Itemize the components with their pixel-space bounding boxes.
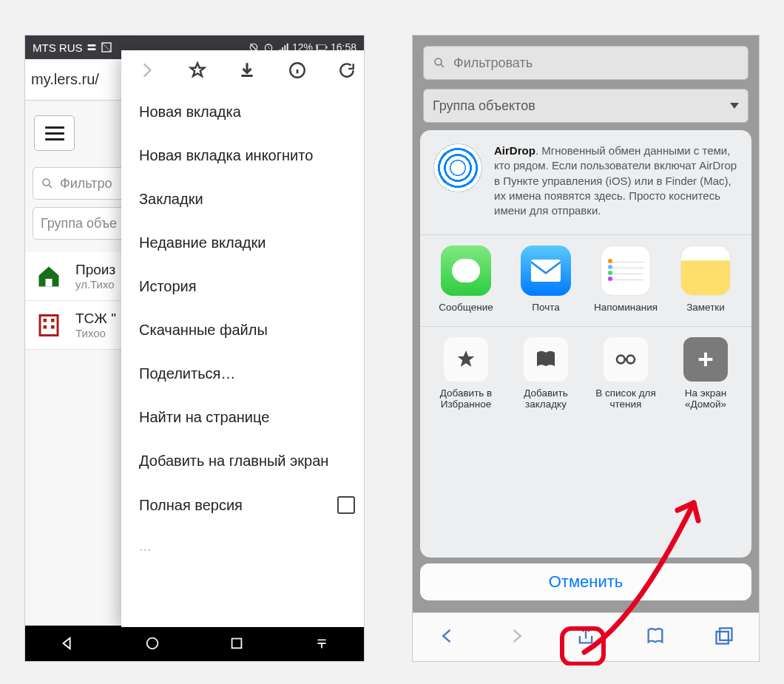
svg-rect-17 (531, 260, 561, 282)
svg-rect-5 (326, 46, 328, 48)
chrome-menu: Новая вкладка Новая вкладка инкогнито За… (121, 50, 365, 627)
url-text: my.lers.ru/ (31, 71, 99, 88)
forward-icon[interactable] (138, 61, 157, 80)
reminders-icon (601, 246, 651, 296)
share-sheet: AirDrop. Мгновенный обмен данными с теми… (420, 130, 751, 558)
recent-icon[interactable] (229, 635, 245, 651)
tabs-button[interactable] (714, 626, 734, 649)
group-placeholder: Группа объе (41, 216, 117, 231)
svg-rect-14 (232, 639, 242, 649)
back-button[interactable] (437, 626, 458, 649)
star-icon (444, 337, 488, 382)
filter-input[interactable]: Фильтровать (423, 46, 748, 80)
svg-rect-4 (317, 45, 318, 50)
svg-rect-21 (717, 631, 729, 643)
menu-incognito[interactable]: Новая вкладка инкогнито (121, 134, 365, 177)
menu-bookmarks[interactable]: Закладки (121, 177, 365, 221)
house-icon (36, 263, 62, 290)
svg-point-16 (435, 58, 442, 65)
svg-point-6 (43, 179, 50, 186)
menu-icon[interactable] (314, 635, 330, 651)
ios-screenshot: Фильтровать Группа объектов AirDrop. Мгн… (412, 35, 760, 662)
action-row: Добавить в Избранное Добавить закладку В… (420, 327, 751, 423)
info-icon[interactable] (288, 61, 307, 80)
filter-placeholder: Фильтровать (453, 55, 533, 71)
svg-rect-10 (51, 319, 55, 322)
cancel-button[interactable]: Отменить (420, 563, 751, 600)
item-title: ТСЖ " (75, 311, 116, 327)
menu-history[interactable]: История (121, 265, 365, 308)
wifi-icon (86, 41, 98, 53)
svg-rect-11 (44, 325, 47, 329)
share-mail[interactable]: Почта (506, 246, 586, 313)
action-bookmark[interactable]: Добавить закладку (506, 337, 586, 410)
action-home-screen[interactable]: На экран «Домой» (666, 337, 746, 410)
svg-rect-12 (51, 325, 55, 329)
action-more[interactable]: Ск (746, 337, 751, 410)
back-icon[interactable] (59, 635, 75, 651)
action-reading-list[interactable]: В список для чтения (586, 337, 666, 410)
group-select[interactable]: Группа объектов (423, 89, 748, 123)
book-icon (524, 337, 568, 382)
mail-icon (521, 246, 571, 296)
svg-rect-9 (44, 319, 47, 322)
forward-button[interactable] (506, 626, 527, 649)
download-icon[interactable] (237, 61, 257, 80)
filter-placeholder: Фильтро (60, 176, 112, 192)
app-row: Сообщение Почта Напоминания Заметки (420, 235, 751, 327)
airdrop-icon (433, 143, 482, 192)
safari-toolbar (413, 612, 759, 661)
hamburger-button[interactable] (34, 115, 75, 151)
share-notes[interactable]: Заметки (666, 246, 746, 313)
svg-rect-8 (40, 315, 58, 335)
android-nav-bar (25, 626, 364, 661)
menu-recent-tabs[interactable]: Недавние вкладки (121, 221, 365, 265)
checkbox-icon[interactable] (337, 496, 355, 514)
action-favorites[interactable]: Добавить в Избранное (426, 337, 506, 410)
svg-point-13 (146, 638, 158, 649)
item-subtitle: Тихоо (75, 327, 116, 339)
share-reminders[interactable]: Напоминания (586, 246, 666, 313)
menu-new-tab[interactable]: Новая вкладка (121, 90, 365, 134)
svg-rect-20 (720, 628, 731, 640)
menu-downloads[interactable]: Скачанные файлы (121, 308, 365, 352)
plus-icon (683, 337, 728, 382)
item-title: Произ (75, 262, 115, 278)
card-icon (101, 41, 112, 53)
share-messages[interactable]: Сообщение (426, 246, 506, 313)
menu-share[interactable]: Поделиться… (121, 352, 365, 396)
reload-icon[interactable] (337, 61, 356, 80)
svg-point-18 (617, 356, 625, 364)
building-icon (36, 312, 62, 339)
menu-desktop-site[interactable]: Полная версия (121, 483, 365, 527)
menu-clipped: ··· (121, 527, 365, 571)
search-icon (433, 56, 446, 70)
group-label: Группа объектов (433, 98, 535, 114)
svg-rect-7 (46, 279, 53, 287)
messages-icon (441, 246, 491, 296)
star-icon[interactable] (188, 61, 207, 80)
menu-find[interactable]: Найти на странице (121, 396, 365, 439)
notes-icon (680, 246, 731, 296)
search-icon (41, 177, 54, 190)
menu-add-home[interactable]: Добавить на главный экран (121, 439, 365, 483)
share-button[interactable] (575, 626, 596, 649)
airdrop-section[interactable]: AirDrop. Мгновенный обмен данными с теми… (420, 130, 751, 235)
glasses-icon (604, 337, 648, 382)
chevron-down-icon (730, 103, 739, 109)
carrier-label: MTS RUS (33, 41, 83, 54)
android-screenshot: MTS RUS 12% 16:58 my.lers.ru/ Фильтро Гр… (24, 35, 365, 662)
svg-point-19 (626, 356, 635, 364)
item-subtitle: ул.Тихо (75, 278, 115, 291)
airdrop-text: AirDrop. Мгновенный обмен данными с теми… (494, 143, 738, 218)
bookmarks-button[interactable] (645, 626, 666, 649)
home-icon[interactable] (144, 635, 160, 651)
